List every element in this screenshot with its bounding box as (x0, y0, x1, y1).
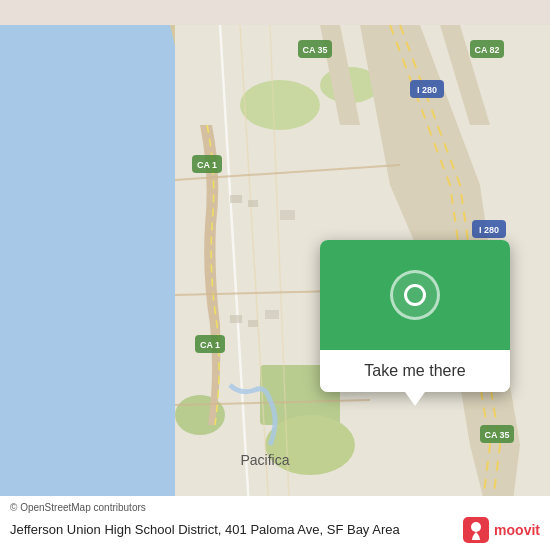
take-me-there-button[interactable]: Take me there (332, 360, 498, 382)
svg-text:CA 35: CA 35 (302, 45, 327, 55)
svg-text:CA 1: CA 1 (200, 340, 220, 350)
svg-rect-0 (0, 25, 180, 525)
svg-text:Pacifica: Pacifica (240, 452, 289, 468)
location-pin-icon (390, 270, 440, 320)
svg-point-37 (471, 522, 481, 532)
osm-attribution: © OpenStreetMap contributors (10, 502, 540, 513)
popup-tail (405, 392, 425, 406)
moovit-label: moovit (494, 522, 540, 538)
svg-rect-34 (248, 320, 258, 327)
svg-text:CA 35: CA 35 (484, 430, 509, 440)
moovit-logo: moovit (462, 516, 540, 544)
popup-button-area: Take me there (320, 350, 510, 392)
svg-rect-33 (230, 315, 242, 323)
svg-rect-35 (265, 310, 279, 319)
svg-text:I 280: I 280 (417, 85, 437, 95)
svg-text:CA 82: CA 82 (474, 45, 499, 55)
osm-credit-text: © OpenStreetMap contributors (10, 502, 146, 513)
moovit-icon (462, 516, 490, 544)
bottom-bar: © OpenStreetMap contributors Jefferson U… (0, 496, 550, 550)
location-text: Jefferson Union High School District, 40… (10, 522, 452, 539)
svg-text:I 280: I 280 (479, 225, 499, 235)
popup-card: Take me there (320, 240, 510, 392)
popup-wrapper: Take me there (160, 120, 350, 272)
map-container: CA 35 CA 82 I 280 I 280 CA 35 CA 35 CA 1… (0, 0, 550, 550)
popup-map-preview (320, 240, 510, 350)
